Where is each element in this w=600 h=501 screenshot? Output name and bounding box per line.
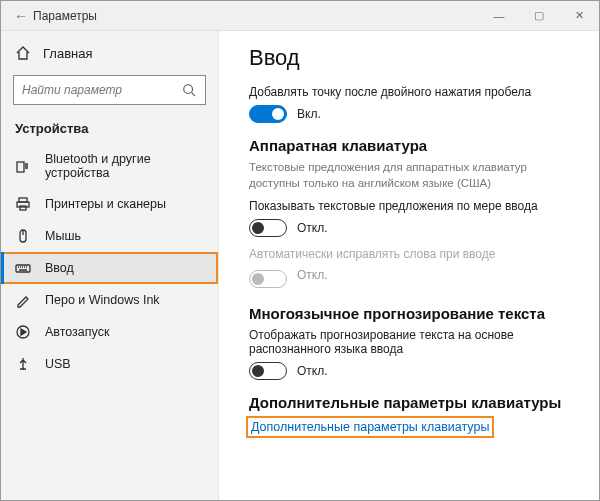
sidebar-home-label: Главная [43, 46, 92, 61]
advanced-keyboard-link[interactable]: Дополнительные параметры клавиатуры [249, 419, 491, 435]
home-icon [15, 45, 31, 61]
sidebar-item-label: Принтеры и сканеры [45, 197, 166, 211]
search-input[interactable] [22, 83, 181, 97]
close-button[interactable]: ✕ [559, 1, 599, 31]
window-controls: — ▢ ✕ [479, 1, 599, 31]
setting-label-autocorrect: Автоматически исправлять слова при вводе [249, 247, 577, 261]
sidebar-item-typing[interactable]: Ввод [1, 252, 218, 284]
pen-icon [15, 292, 31, 308]
page-heading: Ввод [249, 45, 577, 71]
multilingual-heading: Многоязычное прогнозирование текста [249, 305, 577, 322]
search-icon [181, 82, 197, 98]
setting-label-multilingual: Отображать прогнозирование текста на осн… [249, 328, 577, 356]
sidebar-item-label: Мышь [45, 229, 81, 243]
toggle-row-suggestions: Откл. [249, 219, 577, 237]
toggle-autocorrect [249, 270, 287, 288]
sidebar-item-label: Bluetooth и другие устройства [45, 152, 204, 180]
sidebar-item-printers[interactable]: Принтеры и сканеры [1, 188, 218, 220]
autoplay-icon [15, 324, 31, 340]
toggle-state: Откл. [297, 364, 328, 378]
sidebar-item-mouse[interactable]: Мышь [1, 220, 218, 252]
bluetooth-icon [15, 158, 31, 174]
sidebar-item-label: Перо и Windows Ink [45, 293, 160, 307]
usb-icon [15, 356, 31, 372]
minimize-button[interactable]: — [479, 1, 519, 31]
sidebar-home[interactable]: Главная [1, 39, 218, 67]
content-area: Ввод Добавлять точку после двойного нажа… [219, 31, 599, 500]
sidebar-item-pen[interactable]: Перо и Windows Ink [1, 284, 218, 316]
setting-label-suggestions: Показывать текстовые предложения по мере… [249, 199, 577, 213]
sidebar-item-autoplay[interactable]: Автозапуск [1, 316, 218, 348]
toggle-row-autocorrect: Откл. [249, 267, 577, 291]
toggle-row-double-space: Вкл. [249, 105, 577, 123]
setting-label-double-space: Добавлять точку после двойного нажатия п… [249, 85, 577, 99]
hw-keyboard-heading: Аппаратная клавиатура [249, 137, 577, 154]
sidebar-item-label: USB [45, 357, 71, 371]
sidebar-group-title: Устройства [1, 115, 218, 144]
titlebar: ← Параметры — ▢ ✕ [1, 1, 599, 31]
window-title: Параметры [33, 9, 479, 23]
toggle-state: Откл. [297, 221, 328, 235]
sidebar-nav: Bluetooth и другие устройства Принтеры и… [1, 144, 218, 500]
sidebar-item-label: Ввод [45, 261, 74, 275]
advanced-keyboard-heading: Дополнительные параметры клавиатуры [249, 394, 577, 411]
toggle-suggestions[interactable] [249, 219, 287, 237]
sidebar: Главная Устройства Bluetooth и другие ус… [1, 31, 219, 500]
settings-window: ← Параметры — ▢ ✕ Главная Устройства [0, 0, 600, 501]
printer-icon [15, 196, 31, 212]
toggle-multilingual[interactable] [249, 362, 287, 380]
mouse-icon [15, 228, 31, 244]
svg-rect-4 [20, 206, 26, 210]
maximize-button[interactable]: ▢ [519, 1, 559, 31]
window-body: Главная Устройства Bluetooth и другие ус… [1, 31, 599, 500]
svg-point-0 [184, 85, 193, 94]
toggle-double-space[interactable] [249, 105, 287, 123]
hw-keyboard-note: Текстовые предложения для аппаратных кла… [249, 160, 577, 191]
sidebar-item-bluetooth[interactable]: Bluetooth и другие устройства [1, 144, 218, 188]
sidebar-item-usb[interactable]: USB [1, 348, 218, 380]
search-box[interactable] [13, 75, 206, 105]
toggle-state: Вкл. [297, 107, 321, 121]
svg-rect-6 [16, 265, 30, 272]
keyboard-icon [15, 260, 31, 276]
toggle-state: Откл. [297, 267, 328, 283]
back-button[interactable]: ← [9, 8, 33, 24]
sidebar-item-label: Автозапуск [45, 325, 109, 339]
svg-rect-1 [17, 162, 24, 172]
toggle-row-multilingual: Откл. [249, 362, 577, 380]
